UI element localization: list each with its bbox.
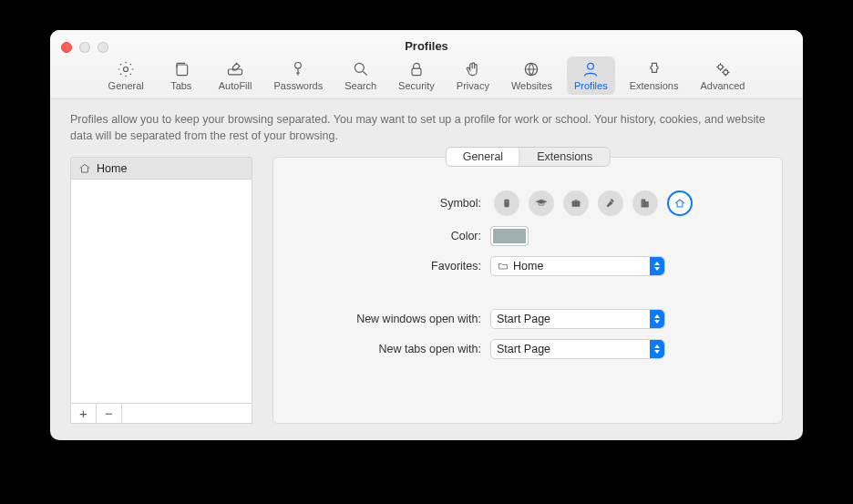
svg-point-0: [124, 67, 128, 72]
toolbar-websites[interactable]: Websites: [504, 57, 560, 95]
profile-form: Symbol: Color:: [273, 190, 782, 359]
hand-icon: [462, 59, 484, 79]
new-tabs-value: Start Page: [497, 343, 550, 355]
profiles-sidebar: Home + −: [70, 157, 252, 424]
svg-point-3: [295, 63, 302, 69]
segmented-control: General Extensions: [446, 147, 611, 167]
profiles-list[interactable]: Home: [70, 157, 252, 404]
favorites-value: Home: [513, 260, 543, 273]
profile-item-label: Home: [97, 162, 127, 175]
toolbar-privacy[interactable]: Privacy: [449, 57, 497, 95]
new-windows-label: New windows open with:: [290, 313, 481, 325]
svg-point-4: [355, 63, 364, 72]
select-stepper-icon: [650, 310, 664, 328]
tabs-icon: [170, 59, 192, 79]
remove-profile-button[interactable]: −: [97, 404, 122, 423]
content-area: Profiles allow you to keep your browsing…: [50, 99, 803, 440]
color-label: Color:: [290, 230, 481, 242]
svg-rect-13: [642, 200, 645, 207]
toolbar-general[interactable]: General: [101, 57, 151, 95]
symbol-badge[interactable]: [494, 190, 519, 216]
segment-extensions[interactable]: Extensions: [520, 148, 609, 166]
titlebar: Profiles General Tabs AutoFill: [50, 30, 803, 99]
window-title: Profiles: [50, 39, 803, 53]
key-icon: [287, 59, 309, 79]
panels: Home + − General Extensions Symbol:: [70, 157, 783, 424]
house-icon: [78, 162, 91, 175]
toolbar-search[interactable]: Search: [337, 57, 384, 95]
select-stepper-icon: [650, 257, 664, 275]
preferences-window: Profiles General Tabs AutoFill: [50, 30, 803, 440]
new-windows-value: Start Page: [497, 313, 550, 325]
new-tabs-label: New tabs open with:: [290, 343, 481, 355]
toolbar-advanced[interactable]: Advanced: [693, 57, 752, 95]
profile-settings-panel: General Extensions Symbol:: [272, 157, 783, 424]
globe-icon: [520, 59, 542, 79]
new-windows-select[interactable]: Start Page: [490, 309, 665, 329]
search-icon: [350, 59, 372, 79]
svg-point-11: [506, 201, 508, 202]
gear-icon: [115, 59, 137, 79]
puzzle-icon: [643, 59, 665, 79]
symbol-briefcase[interactable]: [563, 190, 589, 216]
select-stepper-icon: [650, 340, 664, 358]
pencil-field-icon: [224, 59, 246, 79]
symbol-home[interactable]: [667, 190, 693, 216]
add-profile-button[interactable]: +: [71, 404, 97, 423]
profiles-list-footer: + −: [70, 404, 252, 424]
favorites-select[interactable]: Home: [490, 256, 665, 276]
toolbar-security[interactable]: Security: [391, 57, 442, 95]
lock-icon: [406, 59, 427, 79]
svg-rect-14: [645, 201, 649, 207]
gears-icon: [712, 59, 734, 79]
profile-list-item[interactable]: Home: [71, 158, 252, 180]
svg-rect-5: [412, 68, 421, 76]
preferences-toolbar: General Tabs AutoFill Passwords: [50, 57, 803, 95]
symbol-hammer[interactable]: [598, 190, 623, 216]
symbol-label: Symbol:: [290, 197, 481, 210]
symbol-graduation[interactable]: [529, 190, 554, 216]
favorites-label: Favorites:: [290, 260, 481, 273]
svg-point-7: [588, 63, 594, 69]
person-icon: [580, 59, 601, 79]
folder-icon: [497, 260, 509, 273]
svg-rect-12: [572, 201, 580, 207]
svg-rect-1: [177, 65, 188, 76]
toolbar-profiles[interactable]: Profiles: [567, 57, 615, 95]
svg-point-8: [718, 65, 723, 69]
symbol-picker: [494, 190, 693, 216]
svg-point-9: [724, 70, 728, 75]
symbol-building[interactable]: [632, 190, 658, 216]
toolbar-tabs[interactable]: Tabs: [159, 57, 204, 95]
profiles-description: Profiles allow you to keep your browsing…: [70, 112, 783, 144]
toolbar-passwords[interactable]: Passwords: [266, 57, 330, 95]
toolbar-autofill[interactable]: AutoFill: [211, 57, 260, 95]
new-tabs-select[interactable]: Start Page: [490, 339, 665, 359]
segment-general[interactable]: General: [447, 148, 520, 166]
toolbar-extensions[interactable]: Extensions: [622, 57, 686, 95]
color-swatch[interactable]: [490, 226, 529, 246]
